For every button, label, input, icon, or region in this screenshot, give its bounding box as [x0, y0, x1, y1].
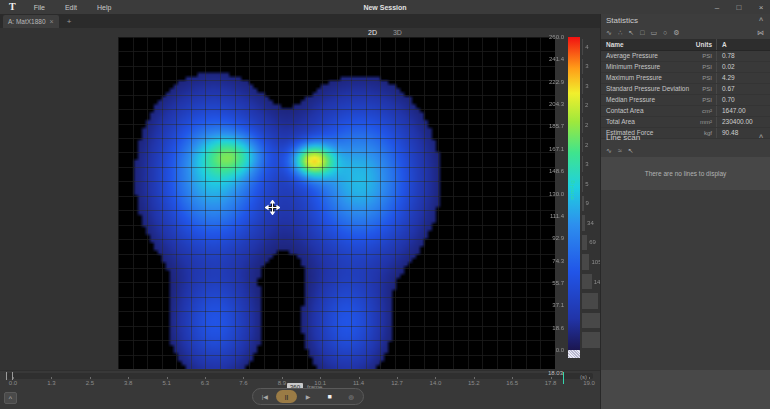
timeline-tick-label: 1.3 [42, 380, 60, 386]
colorbar-labels: 260.0241.4222.9204.3185.7167.1148.6130.0… [526, 37, 566, 350]
table-row[interactable]: Total Areamm²230400.00 [601, 117, 770, 128]
timeline-tick [397, 377, 398, 379]
pointer-tool-icon[interactable]: ↖ [628, 29, 634, 37]
timeline-tick-label: 16.5 [503, 380, 521, 386]
play-icon: ▶ [306, 394, 311, 400]
gear-tool-icon[interactable]: ⚙ [673, 29, 679, 37]
rectangle-tool-icon[interactable]: □ [640, 29, 644, 37]
timeline-tick [435, 377, 436, 379]
histogram-bar [582, 176, 583, 192]
stat-units: cm² [690, 106, 716, 116]
skip-start-icon: |◀ [262, 394, 268, 400]
skip-start-button[interactable]: |◀ [255, 390, 276, 403]
colorbar-histogram: 4332223593469105140240280292 [582, 37, 600, 350]
playhead[interactable] [563, 372, 564, 384]
histogram-bar [582, 59, 583, 75]
timeline-tick [167, 377, 168, 379]
table-row[interactable]: Average PressurePSI0.78 [601, 51, 770, 62]
ellipse-tool-icon[interactable]: ○ [663, 29, 667, 37]
colorbar-tick-label: 74.3 [552, 258, 564, 264]
right-panel: Statistics ^ ∿∴↖□▭○⚙⋈ Name Units A Avera… [600, 14, 770, 409]
pick-line-icon[interactable]: ↖ [628, 147, 634, 155]
stop-button[interactable]: ■ [319, 390, 340, 403]
line-scan-toolbar: ∿≈↖ [601, 145, 770, 157]
line-tool-icon[interactable]: ∿ [606, 29, 612, 37]
stat-value: 0.67 [716, 84, 770, 94]
table-row[interactable]: Minimum PressurePSI0.02 [601, 62, 770, 73]
panel-lower-area [601, 190, 770, 370]
tab-label: A: MatX1880 [8, 18, 46, 25]
expand-panel-button[interactable]: ^ [4, 392, 17, 404]
tab-close-icon[interactable]: × [50, 18, 54, 25]
title-bar: T File Edit Help New Session – □ × [0, 0, 770, 14]
statistics-toolbar: ∿∴↖□▭○⚙⋈ [601, 27, 770, 39]
colorbar-unit-label: mmHg [569, 180, 575, 200]
close-button[interactable]: × [756, 3, 766, 12]
timeline-tick-label: 19.0 [580, 380, 598, 386]
line-scan-header[interactable]: Line scan ^ [601, 131, 770, 144]
timeline-tick-label: 6.3 [196, 380, 214, 386]
table-row[interactable]: Maximum PressurePSI4.29 [601, 73, 770, 84]
pause-button[interactable]: || [276, 390, 297, 403]
maximize-button[interactable]: □ [734, 3, 744, 12]
polyline-tool-icon[interactable]: ∴ [618, 29, 622, 37]
timeline-tick [474, 377, 475, 379]
main-view: 2D 3D 260.0241.4222.9204.3185.7167.1148.… [0, 28, 600, 370]
colorbar-tick-label: 55.7 [552, 280, 564, 286]
pressure-heatmap-canvas[interactable] [118, 37, 555, 369]
histogram-bar [582, 156, 583, 172]
timeline-start-marker[interactable] [6, 372, 13, 380]
table-row[interactable]: Median PressurePSI0.70 [601, 95, 770, 106]
timeline-tick-label: 12.7 [388, 380, 406, 386]
collapse-line-scan-icon[interactable]: ^ [759, 134, 763, 141]
line-scan-title: Line scan [606, 133, 640, 142]
histogram-count-label: 2 [585, 142, 588, 148]
playhead-time-label: 18.03 [548, 370, 563, 376]
timeline-tick-label: 2.5 [81, 380, 99, 386]
tab-matx1880[interactable]: A: MatX1880 × [3, 15, 59, 28]
line-scan-empty-state: There are no lines to display [601, 157, 770, 190]
colorbar-tick-label: 37.1 [552, 302, 564, 308]
histogram-count-label: 4 [585, 44, 588, 50]
timeline-tick-label: 15.2 [465, 380, 483, 386]
histogram-bar [582, 117, 583, 133]
move-cursor-icon [265, 200, 280, 215]
colorbar-tick-label: 130.0 [549, 191, 564, 197]
timeline-tick-label: 17.8 [542, 380, 560, 386]
rounded-rectangle-tool-icon[interactable]: ▭ [650, 29, 657, 37]
colorbar-tick-label: 148.6 [549, 168, 564, 174]
table-row[interactable]: Standard Pressure DeviationPSI0.67 [601, 84, 770, 95]
histogram-count-label: 34 [587, 220, 594, 226]
stat-value: 0.78 [716, 51, 770, 61]
timeline-tick-label: 0.0 [4, 380, 22, 386]
statistics-table: Name Units A Average PressurePSI0.78Mini… [601, 39, 770, 139]
stat-units: PSI [690, 95, 716, 105]
statistics-header[interactable]: Statistics ^ [601, 14, 770, 27]
timeline-tick [13, 377, 14, 379]
histogram-bar [582, 78, 583, 94]
play-button[interactable]: ▶ [298, 390, 319, 403]
timeline-track[interactable] [7, 373, 593, 379]
timeline-tick-label: 5.1 [158, 380, 176, 386]
add-tab-button[interactable]: + [64, 17, 75, 26]
stat-value: 1647.00 [716, 106, 770, 116]
histogram-bar [582, 332, 601, 348]
collapse-statistics-icon[interactable]: ^ [759, 17, 763, 24]
timeline-tick [51, 377, 52, 379]
minimize-button[interactable]: – [712, 3, 722, 12]
record-button[interactable]: ◎ [341, 390, 362, 403]
histogram-count-label: 9 [586, 200, 589, 206]
share-icon[interactable]: ⋈ [757, 29, 764, 37]
line-plot-icon[interactable]: ∿ [606, 147, 612, 155]
stat-units: PSI [690, 62, 716, 72]
timeline-tick [512, 377, 513, 379]
multi-line-icon[interactable]: ≈ [618, 147, 622, 155]
table-row[interactable]: Contact Areacm²1647.00 [601, 106, 770, 117]
column-units: Units [690, 39, 716, 50]
pressure-map[interactable] [118, 37, 555, 369]
histogram-bar [582, 137, 583, 153]
window-title: New Session [0, 4, 770, 11]
statistics-table-body: Average PressurePSI0.78Minimum PressureP… [601, 51, 770, 139]
histogram-count-label: 3 [585, 83, 588, 89]
histogram-count-label: 2 [585, 122, 588, 128]
